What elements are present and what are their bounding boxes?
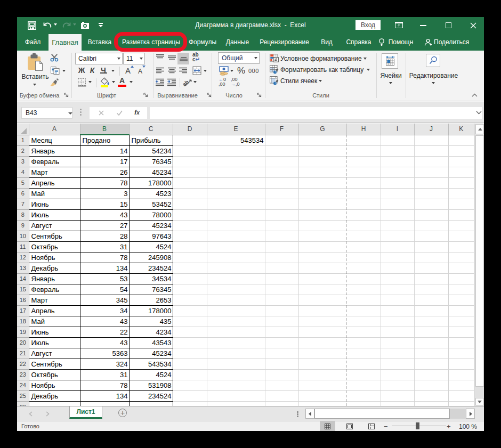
svg-text:ab: ab: [183, 79, 190, 87]
